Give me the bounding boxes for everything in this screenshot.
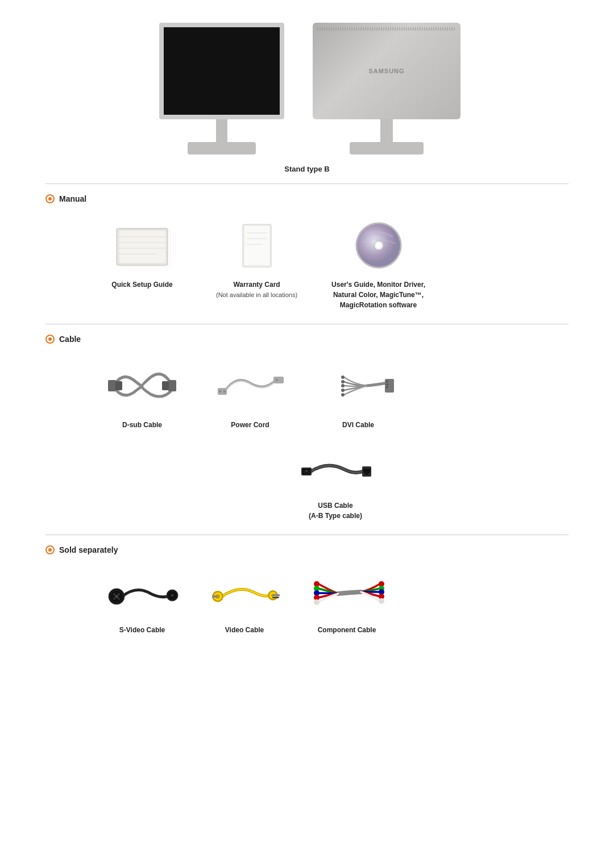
warranty-card-sublabel: (Not available in all locations) — [216, 291, 297, 298]
monitor-stand-base — [188, 142, 256, 155]
svg-rect-32 — [386, 383, 388, 385]
svg-point-45 — [115, 595, 118, 598]
quick-setup-guide-item: Quick Setup Guide — [102, 217, 182, 290]
sold-separately-section-header: Sold separately — [45, 545, 569, 554]
svg-point-25 — [341, 375, 345, 379]
monitor-back-stand-base — [350, 142, 424, 155]
svg-rect-16 — [108, 380, 116, 391]
cable-section-header: Cable — [45, 335, 569, 344]
svg-point-66 — [379, 598, 384, 604]
manual-bullet-icon — [45, 194, 55, 203]
svideo-cable-label: S-Video Cable — [119, 625, 165, 635]
svg-point-29 — [341, 393, 345, 397]
divider-3 — [45, 535, 569, 535]
svg-point-15 — [376, 243, 381, 248]
sold-items-row: S-Video Cable — [45, 568, 569, 635]
monitor-back-image — [307, 23, 466, 153]
manual-header-label: Manual — [59, 194, 86, 203]
svg-rect-31 — [386, 381, 388, 382]
monitor-images — [45, 23, 569, 153]
svg-point-41 — [113, 593, 115, 595]
quick-setup-guide-image — [105, 217, 179, 274]
software-cd-image — [342, 217, 416, 274]
software-cd-label: User's Guide, Monitor Driver,Natural Col… — [331, 279, 425, 310]
svideo-cable-item: S-Video Cable — [102, 568, 182, 635]
monitor-stand-neck — [216, 119, 227, 142]
svg-point-21 — [219, 390, 221, 393]
svg-point-28 — [341, 389, 345, 392]
svg-rect-18 — [115, 381, 122, 390]
monitor-back-stand-neck — [380, 119, 393, 142]
svg-rect-52 — [212, 595, 218, 598]
monitor-front-image — [148, 23, 296, 153]
svg-point-61 — [314, 599, 320, 605]
svg-point-43 — [113, 598, 115, 600]
monitor-screen — [159, 23, 284, 119]
usb-cable-row: USB Cable(A-B Type cable) — [45, 444, 569, 521]
svg-rect-23 — [273, 377, 284, 383]
video-cable-image — [208, 568, 281, 619]
svg-rect-17 — [168, 380, 176, 391]
video-cable-label: Video Cable — [225, 625, 264, 635]
usb-cable-label: USB Cable(A-B Type cable) — [309, 500, 362, 521]
software-cd-item: User's Guide, Monitor Driver,Natural Col… — [331, 217, 425, 310]
manual-items-row: Quick Setup Guide Warranty Card (Not ava… — [45, 217, 569, 310]
dvi-cable-item: DVI Cable — [318, 357, 398, 430]
dvi-cable-image — [321, 357, 395, 414]
video-cable-item: Video Cable — [205, 568, 284, 635]
warranty-card-label: Warranty Card (Not available in all loca… — [216, 279, 297, 300]
component-cable-item: Component Cable — [307, 568, 387, 635]
divider-1 — [45, 183, 569, 184]
cable-bullet-icon — [45, 335, 55, 344]
dsub-cable-item: D-sub Cable — [102, 357, 182, 430]
svg-point-48 — [171, 594, 173, 596]
stand-label: Stand type B — [45, 165, 569, 173]
manual-section-header: Manual — [45, 194, 569, 203]
power-cord-label: Power Cord — [231, 420, 269, 430]
power-cord-image — [213, 357, 287, 414]
divider-2 — [45, 324, 569, 324]
svg-rect-19 — [162, 381, 169, 390]
svg-point-27 — [341, 384, 345, 387]
sold-bullet-icon — [45, 545, 55, 554]
cable-header-label: Cable — [59, 335, 81, 344]
usb-cable-image — [298, 444, 372, 495]
sold-header-label: Sold separately — [59, 545, 118, 554]
svg-point-42 — [118, 593, 120, 595]
svg-point-22 — [223, 390, 226, 393]
cable-items-row: D-sub Cable Power Cord — [45, 357, 569, 430]
warranty-card-image — [220, 217, 294, 274]
svg-point-26 — [341, 380, 345, 383]
warranty-card-item: Warranty Card (Not available in all loca… — [216, 217, 297, 300]
dsub-cable-label: D-sub Cable — [122, 420, 162, 430]
svg-point-38 — [306, 470, 308, 472]
dvi-cable-label: DVI Cable — [342, 420, 374, 430]
component-cable-label: Component Cable — [318, 625, 376, 635]
svg-rect-56 — [273, 594, 280, 596]
monitor-back-body — [313, 23, 460, 119]
power-cord-item: Power Cord — [210, 357, 290, 430]
component-cable-image — [310, 568, 384, 619]
quick-setup-guide-label: Quick Setup Guide — [111, 279, 172, 290]
usb-cable-item: USB Cable(A-B Type cable) — [102, 444, 569, 521]
page-container: Stand type B Manual Quick — [0, 0, 614, 671]
svg-rect-1 — [119, 231, 165, 263]
svg-rect-33 — [386, 386, 388, 388]
svg-rect-8 — [244, 226, 269, 265]
svg-point-24 — [276, 379, 278, 381]
svg-point-44 — [118, 598, 120, 600]
svideo-cable-image — [105, 568, 179, 619]
dsub-cable-image — [105, 357, 179, 414]
